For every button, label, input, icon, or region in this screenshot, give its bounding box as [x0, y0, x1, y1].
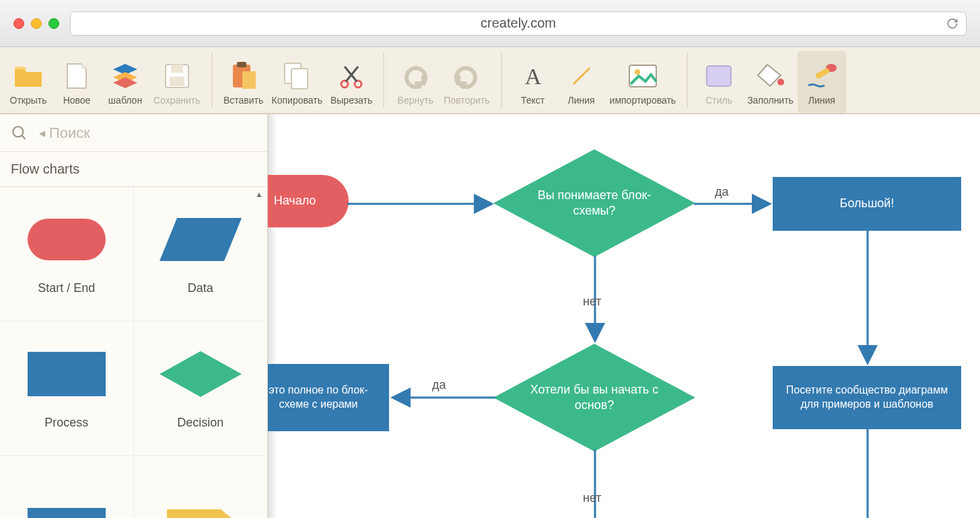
template-label: шаблон — [108, 93, 142, 108]
search-icon[interactable] — [0, 124, 39, 142]
save-label: Сохранить — [153, 93, 201, 108]
redo-button[interactable]: Повторить — [440, 51, 493, 113]
connector[interactable] — [863, 428, 872, 518]
clipboard-icon — [230, 59, 257, 93]
redo-icon — [453, 59, 480, 93]
svg-marker-18 — [758, 65, 781, 86]
category-label: Flow charts — [11, 161, 79, 176]
svg-rect-24 — [28, 219, 106, 260]
line-style-button[interactable]: Линия — [798, 51, 846, 113]
cut-button[interactable]: Вырезать — [326, 51, 376, 113]
copy-button[interactable]: Копировать — [268, 51, 326, 113]
svg-marker-2 — [113, 77, 137, 88]
paste-button[interactable]: Вставить — [219, 51, 268, 113]
address-bar[interactable]: creately.com — [70, 11, 967, 36]
template-icon — [110, 59, 140, 93]
node-start[interactable]: Начало — [268, 175, 349, 227]
svg-marker-27 — [160, 351, 242, 397]
shapes-sidebar: ◂ Flow charts ▲ Start / End Data — [0, 114, 268, 518]
undo-button[interactable]: Вернуть — [391, 51, 440, 113]
window-controls — [13, 18, 59, 29]
collapse-caret-icon[interactable]: ◂ — [39, 126, 49, 141]
node-process-guide[interactable]: это полное по блок-схеме с иерами — [268, 364, 389, 431]
node-text: Начало — [274, 193, 316, 209]
data-shape-icon — [157, 213, 244, 266]
node-process-community[interactable]: Посетите сообщество диаграмм для примеро… — [773, 366, 961, 429]
scissors-icon — [338, 59, 365, 93]
shape-label: Start / End — [38, 281, 95, 295]
text-label: Текст — [521, 93, 545, 108]
line-icon — [569, 59, 594, 93]
node-text: это полное по блок-схеме с иерами — [268, 383, 382, 412]
shape-data[interactable]: Data — [134, 187, 268, 322]
image-icon — [628, 59, 658, 93]
maximize-window-button[interactable] — [48, 18, 59, 29]
shape-process[interactable]: Process — [0, 322, 134, 456]
node-text: Вы понимаете блок-схемы? — [528, 188, 660, 219]
fill-button[interactable]: Заполнить — [743, 51, 798, 113]
shape-extra-2[interactable] — [134, 456, 268, 518]
scroll-up-icon[interactable]: ▲ — [255, 190, 263, 199]
shape-extra-1[interactable] — [0, 456, 134, 518]
connector[interactable] — [590, 449, 600, 518]
close-window-button[interactable] — [13, 18, 24, 29]
shape-label: Data — [188, 281, 213, 295]
undo-label: Вернуть — [398, 93, 433, 108]
category-header[interactable]: Flow charts — [0, 152, 267, 187]
svg-rect-7 — [237, 62, 246, 67]
redo-label: Повторить — [444, 93, 489, 108]
svg-point-22 — [13, 126, 23, 137]
shape-label: Decision — [177, 416, 223, 430]
node-decision-basics[interactable]: Хотели бы вы начать с основ? — [493, 344, 695, 451]
node-process-great[interactable]: Большой! — [773, 177, 961, 231]
node-text: Посетите сообщество диаграмм для примеро… — [779, 383, 954, 412]
connector[interactable] — [694, 199, 775, 209]
connector[interactable] — [388, 393, 495, 402]
style-swatch-icon — [705, 59, 732, 93]
line-tool-button[interactable]: Линия — [557, 51, 606, 113]
refresh-icon[interactable] — [946, 17, 959, 30]
fill-label: Заполнить — [747, 93, 794, 108]
line-tool-label: Линия — [568, 93, 595, 108]
search-input[interactable] — [49, 124, 267, 142]
shape-start-end[interactable]: Start / End — [0, 187, 134, 322]
edge-label-yes: да — [432, 378, 446, 392]
open-button[interactable]: Открыть — [4, 51, 53, 113]
open-label: Открыть — [10, 93, 47, 108]
style-label: Стиль — [705, 93, 732, 108]
copy-label: Копировать — [272, 93, 322, 108]
node-text: Большой! — [840, 196, 895, 211]
undo-icon — [402, 59, 429, 93]
save-icon — [164, 59, 190, 93]
import-label: импортировать — [610, 93, 676, 108]
shape-label: Process — [44, 416, 88, 430]
edge-label-yes: да — [715, 185, 729, 199]
minimize-window-button[interactable] — [31, 18, 42, 29]
template-button[interactable]: шаблон — [101, 51, 149, 113]
cut-label: Вырезать — [330, 93, 372, 108]
browser-chrome: creately.com — [0, 0, 980, 47]
pencil-icon — [806, 59, 838, 93]
search-row: ◂ — [0, 114, 267, 152]
svg-line-23 — [22, 135, 25, 139]
new-button[interactable]: Новое — [53, 51, 101, 113]
node-decision-understand[interactable]: Вы понимаете блок-схемы? — [493, 149, 695, 257]
text-tool-button[interactable]: A Текст — [509, 51, 557, 113]
terminator-shape-icon — [26, 213, 107, 266]
edge-label-no: нет — [583, 491, 602, 505]
svg-point-19 — [777, 79, 784, 85]
import-button[interactable]: импортировать — [606, 51, 680, 113]
svg-rect-4 — [171, 65, 183, 73]
svg-point-16 — [635, 69, 640, 75]
folder-icon — [13, 59, 43, 93]
shape-decision[interactable]: Decision — [134, 322, 268, 456]
paste-label: Вставить — [223, 93, 263, 108]
save-button[interactable]: Сохранить — [149, 51, 205, 113]
process-shape-icon — [26, 496, 107, 519]
connector[interactable] — [347, 199, 497, 209]
process-shape-icon — [26, 347, 107, 401]
canvas[interactable]: Начало Вы понимаете блок-схемы? Большой!… — [268, 114, 980, 518]
svg-rect-5 — [170, 77, 184, 86]
style-button[interactable]: Стиль — [695, 51, 743, 113]
connector[interactable] — [863, 229, 872, 368]
